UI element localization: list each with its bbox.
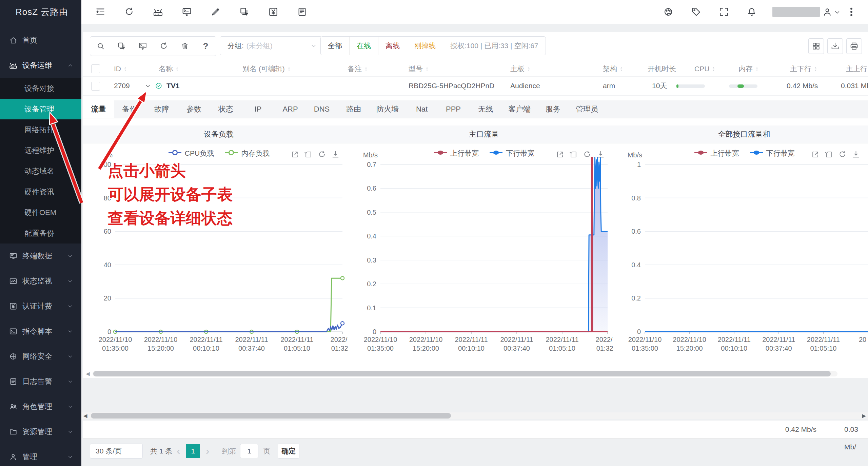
restore-icon[interactable] [824,150,833,159]
fullscreen-icon[interactable] [718,6,729,17]
sort-icon[interactable] [174,66,180,72]
zoombox-icon[interactable] [290,150,299,159]
prev-page-button[interactable]: ‹ [172,445,184,457]
print-button[interactable] [846,38,862,54]
collapse-sidebar-icon[interactable] [95,6,106,17]
status-filter-刚掉线[interactable]: 刚掉线 [407,37,443,55]
column-settings-button[interactable] [808,38,824,54]
sidebar-item-设备运维[interactable]: 设备运维 [0,53,81,78]
scroll-right-icon[interactable]: ▶ [862,413,866,419]
status-filter-全部[interactable]: 全部 [321,37,349,55]
tab-PPP[interactable]: PPP [446,100,461,118]
column-header-主下行[interactable]: 主下行 [790,61,818,76]
restore-icon[interactable] [569,150,578,159]
sidebar-item-硬件OEM[interactable]: 硬件OEM [0,202,81,223]
remote-terminal-button[interactable] [132,36,153,56]
scrollbar-thumb[interactable] [91,413,451,419]
refresh-icon[interactable] [838,150,847,159]
sidebar-item-网络安全[interactable]: 网络安全 [0,344,81,369]
batch-select-icon[interactable] [239,6,250,17]
scrollbar-thumb[interactable] [93,371,831,376]
status-filter-在线[interactable]: 在线 [349,37,378,55]
legend-item-上行带宽[interactable]: 上行带宽 [433,149,479,158]
sort-icon[interactable] [424,66,430,72]
column-header-架构[interactable]: 架构 [603,61,624,76]
user-icon[interactable] [822,6,833,17]
zoombox-icon[interactable] [555,150,565,159]
sort-icon[interactable] [526,66,532,72]
sort-icon[interactable] [286,66,292,72]
tab-故障[interactable]: 故障 [154,100,169,118]
remote-terminal-icon[interactable] [181,6,192,17]
legend-item-下行带宽[interactable]: 下行带宽 [489,149,534,158]
export-button[interactable] [827,38,843,54]
download-icon[interactable] [596,150,605,159]
column-header-名称[interactable]: 名称 [159,61,180,76]
sort-icon[interactable] [363,66,369,72]
sort-icon[interactable] [754,66,760,72]
report-icon[interactable] [297,6,308,17]
table-row[interactable]: 2709TV1RBD25G-5HPacQD2HPnDAudiencearm10天… [83,76,868,96]
zoombox-icon[interactable] [811,150,820,159]
column-header-主板[interactable]: 主板 [510,61,532,76]
tab-Nat[interactable]: Nat [416,100,428,118]
select-all-checkbox[interactable] [91,64,100,73]
tab-防火墙[interactable]: 防火墙 [376,100,399,118]
tab-状态[interactable]: 状态 [218,100,233,118]
status-filter-离线[interactable]: 离线 [378,37,407,55]
sidebar-item-网络拓扑[interactable]: 网络拓扑 [0,119,81,140]
row-checkbox[interactable] [91,82,100,91]
billing-icon[interactable] [268,6,279,17]
notifications-icon[interactable] [746,6,757,17]
download-icon[interactable] [851,150,861,159]
page-size-select[interactable]: 30 条/页 [90,444,143,459]
sidebar-item-设备对接[interactable]: 设备对接 [0,78,81,99]
sidebar-item-设备管理[interactable]: 设备管理 [0,99,81,119]
kebab-menu-icon[interactable] [846,6,857,17]
tag-icon[interactable] [691,6,702,17]
expand-row-chevron-icon[interactable] [144,82,152,90]
next-page-button[interactable]: › [201,445,214,457]
sort-icon[interactable] [122,66,128,72]
sidebar-item-配置备份[interactable]: 配置备份 [0,223,81,244]
confirm-button[interactable]: 确定 [278,444,299,459]
tab-管理员[interactable]: 管理员 [576,100,598,118]
chevron-down-icon[interactable] [833,8,841,16]
sidebar-item-动态域名[interactable]: 动态域名 [0,161,81,181]
device-router-icon[interactable] [153,6,163,17]
refresh-button[interactable] [153,36,174,56]
sidebar-item-指令脚本[interactable]: 指令脚本 [0,319,81,344]
sidebar-item-管理[interactable]: 管理 [0,444,81,466]
legend-item-内存负载[interactable]: 内存负载 [224,149,270,158]
sidebar-item-资源管理[interactable]: 资源管理 [0,419,81,444]
tab-服务[interactable]: 服务 [546,100,560,118]
tab-DNS[interactable]: DNS [314,100,330,118]
legend-item-CPU负载[interactable]: CPU负载 [168,149,214,158]
refresh-icon[interactable] [317,150,327,159]
search-button[interactable] [90,36,111,56]
sidebar-item-角色管理[interactable]: 角色管理 [0,394,81,419]
sidebar-item-硬件资讯[interactable]: 硬件资讯 [0,181,81,202]
sidebar-item-首页[interactable]: 首页 [0,28,81,53]
group-select[interactable]: 分组: (未分组) [220,36,322,55]
legend-item-上行带宽[interactable]: 上行带宽 [694,149,739,158]
legend-item-下行带宽[interactable]: 下行带宽 [749,149,795,158]
sidebar-item-远程维护[interactable]: 远程维护 [0,140,81,161]
column-header-内存[interactable]: 内存 [738,61,760,76]
column-header-别名 (可编辑)[interactable]: 别名 (可编辑) [242,61,292,76]
maintenance-tool-icon[interactable] [210,6,221,17]
theme-palette-icon[interactable] [663,6,674,17]
sidebar-item-认证计费[interactable]: 认证计费 [0,294,81,319]
sort-icon[interactable] [711,66,716,72]
refresh-icon[interactable] [124,6,135,17]
scroll-left-icon[interactable]: ◀ [83,413,87,419]
tab-IP[interactable]: IP [255,100,262,118]
help-button[interactable]: ? [195,36,216,56]
tab-流量[interactable]: 流量 [83,100,114,118]
sidebar-item-终端数据[interactable]: 终端数据 [0,244,81,269]
restore-icon[interactable] [304,150,313,159]
sidebar-item-日志告警[interactable]: 日志告警 [0,369,81,394]
refresh-icon[interactable] [583,150,592,159]
tab-路由[interactable]: 路由 [346,100,361,118]
column-header-备注[interactable]: 备注 [348,61,369,76]
